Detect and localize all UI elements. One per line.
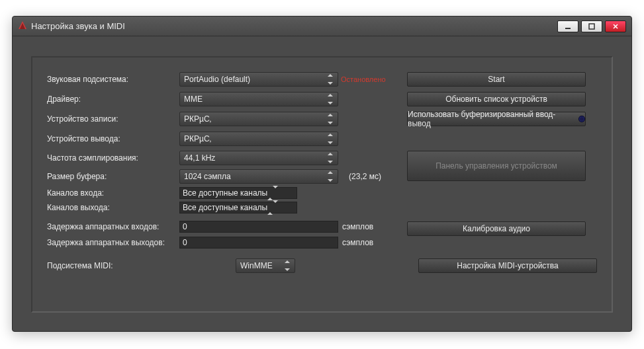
label-buffer-size: Размер буфера:	[47, 172, 179, 181]
input-channels-combo[interactable]: Все доступные каналы	[179, 187, 297, 199]
buffer-hint: (23,2 мс)	[338, 172, 388, 181]
output-device-value: РКРµС‚	[184, 134, 334, 143]
dialog-window: Настройка звука и MIDI Звуковая подсисте…	[12, 16, 632, 332]
device-control-panel-button[interactable]: Панель управления устройством	[407, 151, 586, 181]
midi-setup-label: Настройка MIDI-устройства	[457, 261, 559, 270]
label-in-latency: Задержка аппаратных входов:	[47, 222, 179, 231]
sample-rate-select[interactable]: 44,1 kHz	[179, 151, 338, 165]
client-area: Звуковая подсистема: PortAudio (default)…	[31, 56, 613, 313]
recording-device-value: РКРµС‚	[184, 114, 334, 124]
output-device-select[interactable]: РКРµС‚	[179, 132, 338, 146]
calibrate-audio-button[interactable]: Калибровка аудио	[407, 221, 586, 236]
output-channels-combo[interactable]: Все доступные каналы	[179, 202, 297, 213]
chevron-updown-icon	[267, 203, 278, 212]
sample-rate-value: 44,1 kHz	[184, 153, 334, 163]
chevron-updown-icon	[285, 260, 293, 271]
audio-subsystem-value: PortAudio (default)	[184, 75, 334, 84]
unit-samples: сэмплов	[342, 222, 373, 231]
device-control-panel-label: Панель управления устройством	[436, 161, 557, 171]
output-channels-value: Все доступные каналы	[183, 203, 267, 212]
refresh-devices-button[interactable]: Обновить список устройств	[407, 92, 586, 106]
buffered-io-toggle[interactable]: Использовать буферизированный ввод-вывод	[407, 112, 586, 126]
unit-samples: сэмплов	[342, 238, 373, 247]
toggle-indicator-icon	[578, 116, 585, 122]
label-driver: Драйвер:	[47, 95, 179, 104]
window-title: Настройка звука и MIDI	[31, 21, 557, 31]
label-out-device: Устройство вывода:	[47, 134, 179, 143]
midi-setup-button[interactable]: Настройка MIDI-устройства	[418, 258, 597, 273]
buffer-size-value: 1024 сэмпла	[184, 172, 334, 181]
midi-subsystem-value: WinMME	[240, 261, 291, 270]
chevron-updown-icon	[328, 114, 336, 124]
output-latency-field[interactable]	[179, 237, 338, 249]
chevron-updown-icon	[328, 171, 336, 182]
audio-subsystem-select[interactable]: PortAudio (default)	[179, 72, 338, 87]
chevron-updown-icon	[328, 94, 336, 104]
app-icon	[18, 20, 27, 32]
minimize-button[interactable]	[557, 20, 578, 32]
start-button-label: Start	[488, 75, 504, 84]
label-subsystem: Звуковая подсистема:	[47, 75, 179, 84]
start-button[interactable]: Start	[407, 72, 586, 87]
input-channels-value: Все доступные каналы	[183, 188, 267, 198]
status-text: Остановлено	[338, 75, 388, 83]
buffered-io-label: Использовать буферизированный ввод-вывод	[408, 110, 573, 128]
driver-select[interactable]: MME	[179, 92, 338, 106]
calibrate-audio-label: Калибровка аудио	[463, 224, 530, 233]
chevron-updown-icon	[267, 188, 278, 198]
svg-rect-3	[589, 24, 594, 29]
svg-rect-2	[565, 28, 571, 29]
midi-subsystem-select[interactable]: WinMME	[236, 258, 295, 273]
label-midi-subsystem: Подсистема MIDI:	[47, 261, 179, 270]
chevron-updown-icon	[328, 74, 336, 85]
refresh-devices-label: Обновить список устройств	[445, 95, 547, 104]
label-sample-rate: Частота сэмплирования:	[47, 153, 179, 163]
maximize-button[interactable]	[581, 20, 602, 32]
label-in-channels: Каналов входа:	[47, 188, 179, 198]
chevron-updown-icon	[328, 153, 336, 163]
label-rec-device: Устройство записи:	[47, 114, 179, 124]
buffer-size-select[interactable]: 1024 сэмпла	[179, 169, 338, 184]
recording-device-select[interactable]: РКРµС‚	[179, 112, 338, 126]
label-out-latency: Задержка аппаратных выходов:	[47, 238, 179, 247]
close-button[interactable]	[605, 20, 626, 32]
label-out-channels: Каналов выхода:	[47, 203, 179, 212]
chevron-updown-icon	[328, 134, 336, 144]
titlebar[interactable]: Настройка звука и MIDI	[13, 17, 631, 36]
driver-value: MME	[184, 95, 334, 104]
window-controls	[557, 20, 626, 32]
input-latency-field[interactable]	[179, 221, 338, 233]
